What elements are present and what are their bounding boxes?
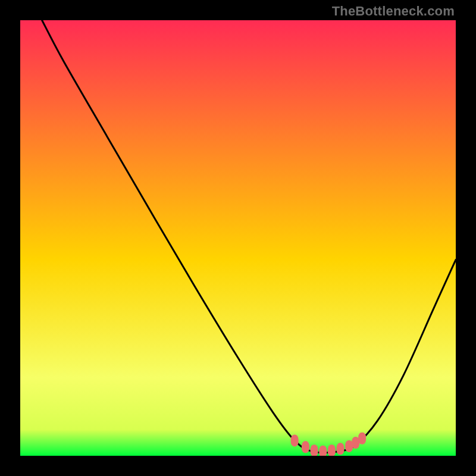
marker-dot [302, 441, 309, 453]
gradient-background [20, 20, 456, 456]
plot-area [20, 20, 456, 456]
chart-svg [20, 20, 456, 456]
marker-dot [358, 433, 366, 444]
watermark-text: TheBottleneck.com [332, 4, 455, 19]
marker-dot [337, 443, 345, 455]
marker-dot [328, 444, 336, 456]
chart-frame: TheBottleneck.com [0, 0, 476, 476]
marker-dot [291, 434, 299, 446]
marker-dot [311, 444, 318, 456]
marker-dot [319, 446, 327, 456]
